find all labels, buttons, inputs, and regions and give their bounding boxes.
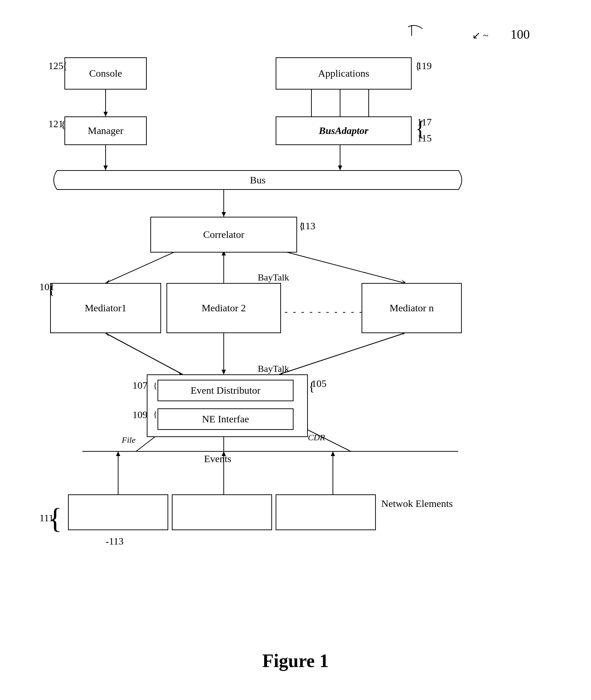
console-box: Console (64, 57, 147, 90)
svg-line-24 (106, 333, 183, 374)
bus-adaptor-box: BusAdaptor (276, 116, 412, 145)
svg-line-18 (106, 333, 183, 374)
diagram-container: ↙ ~ 113100 Console 125 { Applications 11… (29, 21, 566, 648)
mediator1-box: Mediator1 (50, 283, 161, 333)
mediator2-label: Mediator 2 (202, 302, 246, 314)
ref-113-bottom: -113 (106, 536, 123, 547)
baytalk-upper: BayTalk (258, 272, 289, 283)
ne-interface-label: NE Interfae (202, 413, 249, 425)
ref-125: 125 (48, 60, 63, 72)
ne-box-1 (68, 494, 168, 530)
bus-shape: Bus (57, 170, 458, 190)
file-label: File (122, 435, 136, 445)
mediator2-box: Mediator 2 (166, 283, 281, 333)
brace-105: } (309, 379, 315, 394)
ref-107: 107 (132, 380, 147, 391)
mediatorn-box: Mediator n (362, 283, 462, 333)
brace-111: { (48, 502, 62, 535)
applications-box: Applications (276, 57, 412, 90)
bus-label: Bus (250, 174, 266, 186)
event-distributor-label: Event Distributor (190, 385, 260, 396)
ne-box-3 (276, 494, 376, 530)
manager-label: Manager (88, 125, 123, 136)
event-distributor-box: Event Distributor (158, 380, 294, 401)
brace-101: { (48, 282, 54, 297)
brace-115: } (415, 118, 426, 139)
network-elements-label: Netwok Elements (381, 498, 453, 509)
brace-107: { (153, 381, 158, 390)
brace-119: } (415, 60, 420, 72)
svg-marker-11 (222, 212, 226, 217)
console-label: Console (89, 68, 122, 79)
correlator-label: Correlator (203, 229, 244, 240)
svg-marker-42 (331, 451, 335, 456)
brace-113: } (299, 220, 304, 232)
svg-marker-21 (222, 370, 226, 374)
manager-box: Manager (64, 116, 147, 145)
svg-marker-38 (116, 451, 120, 456)
ref-100: ↙ ~ 113100 (472, 27, 530, 42)
svg-line-26 (279, 333, 405, 374)
mediatorn-label: Mediator n (389, 302, 434, 314)
bus-adaptor-label: BusAdaptor (319, 125, 369, 136)
brace-121: { (61, 119, 66, 130)
ref-109: 109 (132, 409, 147, 421)
figure-caption: Figure 1 (262, 650, 329, 671)
cdr-label: CDR (308, 433, 325, 442)
mediator1-label: Mediator1 (85, 302, 127, 314)
svg-marker-9 (338, 166, 342, 170)
ne-box-2 (172, 494, 272, 530)
svg-marker-4 (103, 166, 108, 170)
svg-marker-17 (401, 279, 406, 283)
applications-label: Applications (318, 68, 369, 79)
events-label: Events (204, 453, 231, 465)
baytalk-lower: BayTalk (258, 364, 289, 374)
svg-marker-2 (103, 112, 108, 116)
svg-line-22 (279, 333, 405, 374)
correlator-box: Correlator (150, 217, 297, 253)
diagram-svg (29, 21, 566, 648)
brace-109: { (153, 409, 158, 419)
brace-125: { (63, 60, 67, 72)
ne-interface-box: NE Interfae (158, 408, 294, 430)
dashed-separator: - - - - - - - - - - - (285, 306, 372, 317)
